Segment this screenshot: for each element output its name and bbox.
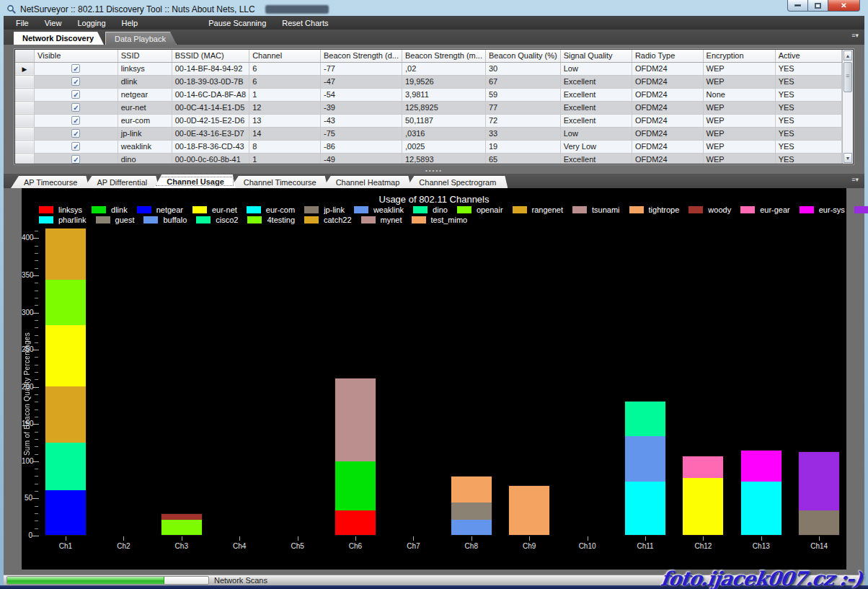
legend-item-jp-test: jp-test (854, 205, 868, 214)
x-tick (182, 536, 182, 541)
tab-channel-heatmap[interactable]: Channel Heatmap (323, 176, 412, 188)
cell-beacon-strength-d-: -77 (321, 62, 402, 75)
cell-ssid: netgear (118, 88, 172, 101)
column-header-beacon-quality-[interactable]: Beacon Quality (%) (485, 50, 560, 62)
scrollbar-thumb[interactable] (843, 62, 852, 92)
cell-active: YES (775, 88, 841, 101)
column-header-beacon-strength-m-[interactable]: Beacon Strength (m... (402, 50, 485, 62)
cell-encryption: WEP (703, 140, 775, 153)
cell-radio-type: OFDM24 (632, 62, 703, 75)
visible-checkbox[interactable]: ✓ (71, 103, 80, 112)
x-tick (819, 536, 820, 541)
y-minor-tick (35, 253, 38, 254)
visible-checkbox[interactable]: ✓ (71, 142, 80, 151)
app-window: NetSurveyor :: 802.11 Discovery Tool :: … (0, 0, 868, 589)
stacked-bar-ch11 (624, 401, 666, 536)
y-minor-tick (35, 446, 38, 447)
menu-action-reset-charts[interactable]: Reset Charts (274, 17, 336, 29)
table-row[interactable]: ✓weaklink00-18-F8-36-CD-438-86,002519Ver… (15, 140, 842, 153)
x-tick (529, 536, 530, 541)
y-minor-tick (35, 246, 38, 247)
column-header-channel[interactable]: Channel (249, 50, 321, 62)
network-table[interactable]: VisibleSSIDBSSID (MAC)ChannelBeacon Stre… (15, 50, 842, 164)
row-selector[interactable] (15, 140, 35, 153)
tab-network-discovery[interactable]: Network Discovery (14, 32, 104, 45)
scroll-up-icon[interactable]: ▲ (843, 50, 852, 61)
visible-checkbox[interactable]: ✓ (71, 77, 80, 86)
y-minor-tick (35, 454, 38, 455)
visible-checkbox[interactable]: ✓ (71, 129, 80, 138)
tab-data-playback[interactable]: Data Playback (105, 32, 177, 45)
visible-checkbox[interactable]: ✓ (71, 116, 80, 125)
column-header-ssid[interactable]: SSID (118, 50, 172, 62)
y-minor-tick (35, 513, 38, 514)
bar-segment-cisco2 (625, 402, 665, 436)
table-vertical-scrollbar[interactable]: ▲ ▼ (842, 50, 853, 164)
row-selector[interactable]: ▶ (15, 62, 35, 75)
menu-action-pause-scanning[interactable]: Pause Scanning (200, 17, 274, 29)
visible-checkbox[interactable]: ✓ (71, 90, 80, 99)
column-header-visible[interactable]: Visible (35, 50, 118, 62)
row-selector[interactable] (15, 75, 35, 88)
minimize-button[interactable] (787, 0, 808, 12)
x-tick (703, 536, 704, 541)
menu-item-logging[interactable]: Logging (69, 17, 113, 29)
table-row[interactable]: ▶✓linksys00-14-BF-84-94-926-77,0230LowOF… (15, 62, 842, 75)
cell-active: YES (775, 140, 841, 153)
visible-checkbox[interactable]: ✓ (71, 64, 80, 73)
x-tick-label: Ch9 (508, 542, 551, 550)
bar-segment-jp-link (799, 510, 839, 535)
column-header-radio-type[interactable]: Radio Type (632, 50, 703, 62)
column-header-bssid-mac-[interactable]: BSSID (MAC) (172, 50, 249, 62)
window-controls: ✕ (787, 0, 860, 12)
bar-segment-eur-com (741, 482, 781, 535)
cell-encryption: WEP (703, 153, 775, 164)
cell-channel: 8 (249, 140, 321, 153)
table-row[interactable]: ✓netgear00-14-6C-DA-8F-A81-543,981159Exc… (15, 88, 842, 101)
table-row[interactable]: ✓dlink00-18-39-03-0D-7B6-4719,952667Exce… (15, 75, 842, 88)
tab-channel-usage[interactable]: Channel Usage (154, 174, 235, 188)
tab-channel-spectrogram[interactable]: Channel Spectrogram (406, 176, 508, 188)
tab-channel-timecourse[interactable]: Channel Timecourse (231, 176, 328, 188)
y-minor-tick (35, 476, 38, 477)
tab-ap-differential[interactable]: AP Differential (84, 176, 159, 188)
y-minor-tick (35, 402, 38, 402)
cell-encryption: WEP (703, 75, 775, 88)
x-tick-label: Ch11 (624, 542, 667, 550)
column-header-active[interactable]: Active (775, 50, 841, 62)
visible-checkbox[interactable]: ✓ (71, 155, 80, 164)
splitter-handle[interactable]: ••••• (4, 167, 864, 173)
cell-encryption: WEP (703, 101, 775, 114)
row-selector[interactable] (15, 127, 35, 140)
cell-beacon-quality-: 19 (485, 140, 560, 153)
cell-channel: 13 (249, 114, 321, 127)
row-selector[interactable] (15, 153, 35, 164)
table-row[interactable]: ✓eur-com00-0D-42-15-E2-D613-4350,118772E… (15, 114, 842, 127)
menu-item-help[interactable]: Help (114, 17, 146, 29)
table-row[interactable]: ✓dino00-00-0c-60-8b-411-4912,589365Excel… (15, 153, 842, 164)
column-header-beacon-strength-d-[interactable]: Beacon Strength (d... (321, 50, 402, 62)
column-header-encryption[interactable]: Encryption (703, 50, 775, 62)
row-selector[interactable] (15, 88, 35, 101)
close-button[interactable]: ✕ (828, 0, 860, 12)
maximize-icon (815, 3, 821, 9)
table-row[interactable]: ✓jp-link00-0E-43-16-E3-D714-75,031633Low… (15, 127, 842, 140)
cell-beacon-quality-: 77 (485, 101, 560, 114)
cell-signal-quality: Excellent (560, 153, 632, 164)
menu-item-file[interactable]: File (8, 17, 37, 29)
row-selector[interactable] (15, 101, 35, 114)
maximize-button[interactable] (808, 0, 828, 12)
row-selector[interactable] (15, 114, 35, 127)
x-tick-label: Ch4 (218, 542, 261, 550)
cell-channel: 6 (249, 62, 321, 75)
menu-item-view[interactable]: View (37, 17, 70, 29)
cell-signal-quality: Excellent (560, 88, 632, 101)
app-magnifier-icon (6, 4, 17, 14)
scroll-down-icon[interactable]: ▼ (843, 153, 852, 163)
tab-ap-timecourse[interactable]: AP Timecourse (11, 176, 89, 188)
table-row[interactable]: ✓eur-net00-0C-41-14-E1-D512-39125,892577… (15, 101, 842, 114)
tab-strip-overflow-icon[interactable]: ≡▾ (851, 32, 859, 39)
chart-tab-strip-overflow-icon[interactable]: ≡▾ (851, 177, 859, 183)
column-header-signal-quality[interactable]: Signal Quality (560, 50, 632, 62)
title-bar[interactable]: NetSurveyor :: 802.11 Discovery Tool :: … (4, 0, 864, 16)
